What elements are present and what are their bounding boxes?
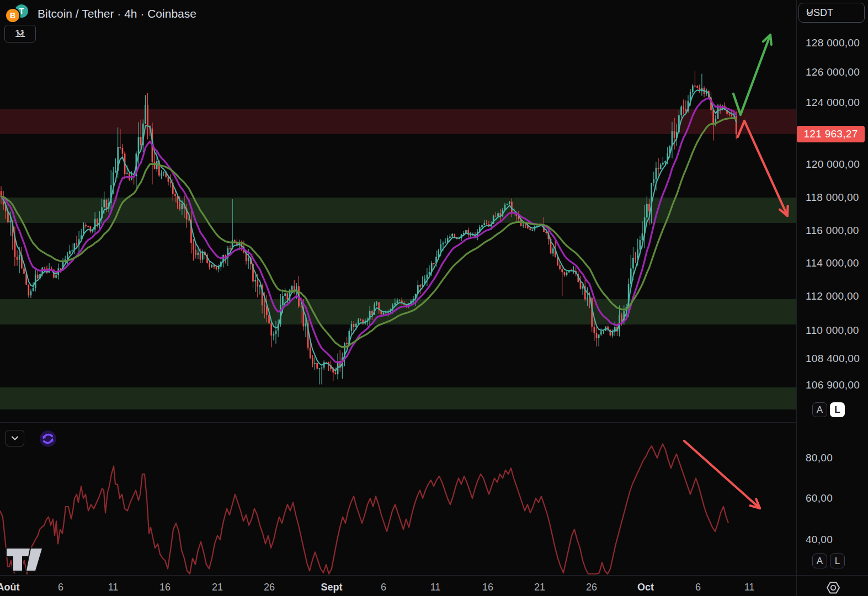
- time-tick-label: 21: [534, 579, 545, 595]
- indicator-collapse-button[interactable]: [6, 430, 24, 446]
- bitcoin-icon: B: [6, 9, 19, 22]
- time-tick-label: 26: [264, 579, 275, 595]
- indicator-tick-label: 60,00: [806, 492, 833, 504]
- time-tick-label: 6: [58, 579, 63, 595]
- time-tick-label: 16: [159, 579, 171, 595]
- price-tick-label: 108 400,00: [806, 353, 860, 365]
- indicator-tick-label: 40,00: [806, 534, 833, 546]
- time-tick-label: 11: [430, 579, 441, 595]
- tradingview-logo-icon: [4, 544, 44, 574]
- chevron-down-icon: [17, 31, 24, 36]
- supply-demand-zones: [0, 109, 796, 409]
- log-scale-button-indicator[interactable]: L: [830, 554, 845, 568]
- main-price-chart[interactable]: [0, 0, 796, 422]
- price-tick-label: 106 900,00: [806, 379, 860, 391]
- price-tick-label: 120 000,00: [806, 158, 860, 171]
- time-tick-label: 16: [482, 579, 493, 595]
- price-tick-label: 112 000,00: [806, 290, 859, 302]
- pane-divider[interactable]: [0, 422, 796, 423]
- chart-window: T B Bitcoin / Tether · 4h · Coinbase 11 …: [0, 0, 868, 596]
- support-zone: [0, 387, 796, 409]
- symbol-title: Bitcoin / Tether · 4h · Coinbase: [38, 7, 196, 20]
- bearish-arrow[interactable]: [684, 441, 760, 508]
- auto-scale-button-indicator[interactable]: A: [812, 554, 827, 568]
- refresh-icon[interactable]: [39, 430, 57, 448]
- sync-arrows-icon: [39, 430, 57, 448]
- time-tick-label: Sept: [321, 579, 342, 595]
- time-tick-label: 6: [381, 579, 386, 595]
- current-price-badge: 121 963,27: [797, 126, 865, 142]
- time-tick-label: 6: [695, 579, 701, 595]
- time-tick-label: Oct: [637, 579, 654, 595]
- symbol-header[interactable]: T B Bitcoin / Tether · 4h · Coinbase: [6, 4, 196, 24]
- price-tick-label: 116 000,00: [806, 225, 859, 237]
- oscillator-line: [0, 444, 728, 574]
- time-axis-divider[interactable]: [0, 575, 868, 576]
- price-tick-label: 128 000,00: [806, 37, 860, 49]
- time-tick-label: Août: [0, 579, 19, 595]
- pair-icon: T B: [6, 4, 31, 24]
- bullish-arrow[interactable]: [733, 35, 771, 115]
- time-tick-label: 26: [586, 579, 597, 595]
- legend-toggle-button[interactable]: 11: [4, 25, 36, 42]
- price-tick-label: 114 000,00: [806, 257, 859, 269]
- price-axis-divider[interactable]: [796, 0, 797, 596]
- chevron-down-icon: [11, 435, 19, 441]
- indicator-tick-label: 80,00: [806, 452, 833, 464]
- indicator-pane-chart[interactable]: [0, 422, 796, 575]
- time-tick-label: 11: [744, 579, 755, 595]
- log-scale-button-main[interactable]: L: [830, 402, 845, 417]
- price-tick-label: 118 000,00: [806, 191, 859, 204]
- currency-dropdown[interactable]: USDT: [798, 3, 865, 23]
- price-tick-label: 124 000,00: [806, 97, 860, 109]
- auto-scale-button-main[interactable]: A: [812, 402, 827, 417]
- price-scale-settings-icon: [826, 580, 841, 595]
- price-tick-label: 110 000,00: [806, 324, 859, 337]
- time-tick-label: 11: [108, 579, 119, 595]
- price-tick-label: 126 000,00: [806, 66, 860, 78]
- chevron-down-icon: [806, 10, 813, 15]
- time-tick-label: 21: [212, 579, 223, 595]
